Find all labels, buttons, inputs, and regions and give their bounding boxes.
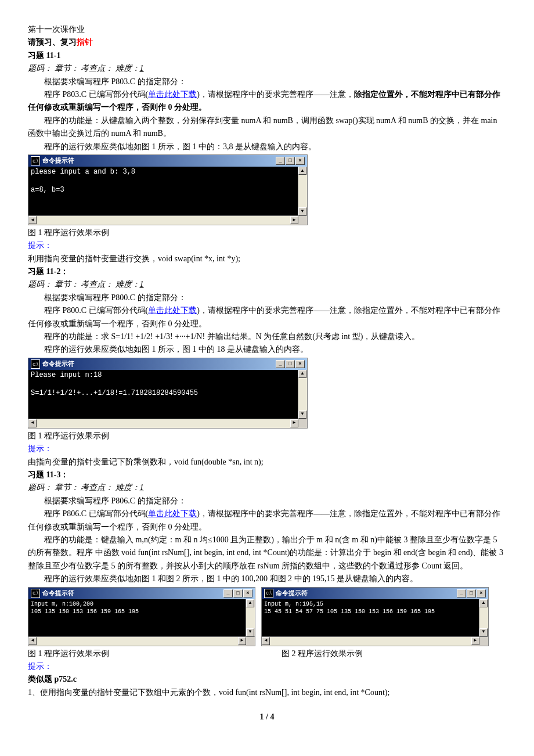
ex11-2-hint: 由指向变量的指针变量记下阶乘倒数和，void fun(double *sn, i… [28, 456, 506, 469]
close-icon[interactable]: × [477, 589, 486, 597]
console-window-3b: c:\ 命令提示符 _ □ × Input m, n:195,15 15 45 … [261, 587, 489, 646]
ex11-3-difficulty: 1 [140, 483, 144, 492]
close-icon[interactable]: × [243, 589, 252, 597]
scroll-left-icon[interactable]: ◄ [262, 637, 270, 645]
doc-header: 第十一次课作业 [28, 23, 506, 36]
ex11-2-p4: 程序的运行效果应类似地如图 1 所示，图 1 中的 18 是从键盘输入的内容。 [28, 343, 506, 356]
ex11-1-p1: 根据要求编写程序 P803.C 的指定部分： [28, 75, 506, 88]
ex11-1-hint: 利用指向变量的指针变量进行交换，void swap(int *x, int *y… [28, 253, 506, 265]
review-topic: 指针 [77, 38, 93, 46]
ex11-3-fig1-caption: 图 1 程序运行效果示例 [28, 647, 252, 660]
scroll-down-icon[interactable]: ▼ [298, 207, 306, 215]
console-icon: c:\ [264, 589, 273, 598]
scroll-up-icon[interactable]: ▲ [298, 370, 306, 378]
console-titlebar: c:\ 命令提示符 _ □ × [28, 358, 307, 370]
horizontal-scrollbar[interactable]: ◄ ► [28, 636, 255, 646]
scroll-down-icon[interactable]: ▼ [246, 628, 254, 636]
scroll-left-icon[interactable]: ◄ [28, 216, 37, 224]
ex11-1-p4: 程序的运行效果应类似地如图 1 所示，图 1 中的：3,8 是从键盘输入的内容。 [28, 141, 506, 153]
ex11-2-p3: 程序的功能是：求 S=1/1! +1/2! +1/3! +···+1/N! 并输… [28, 330, 506, 343]
minimize-icon[interactable]: _ [276, 360, 285, 368]
scroll-right-icon[interactable]: ► [238, 637, 246, 645]
console-icon: c:\ [31, 359, 40, 369]
ex11-1-title: 习题 11-1 [28, 49, 506, 62]
review-prefix: 请预习、复习 [28, 38, 77, 46]
ex11-2-meta-text: 题码： 章节： 考查点： 难度： [28, 280, 140, 289]
ex11-2-p2: 程序 P800.C 已编写部分代码(单击此处下载)，请根据程序中的要求完善程序—… [28, 304, 506, 330]
horizontal-scrollbar[interactable]: ◄ ► [262, 636, 488, 646]
console-titlebar: c:\ 命令提示符 _ □ × [28, 155, 307, 167]
ex11-3-p3: 程序的功能是：键盘输入 m,n(约定：m 和 n 均≤1000 且为正整数)，输… [28, 534, 506, 573]
ex11-3-p1: 根据要求编写程序 P806.C 的指定部分： [28, 495, 506, 507]
minimize-icon[interactable]: _ [223, 589, 233, 597]
console-titlebar: c:\ 命令提示符 _ □ × [262, 588, 488, 599]
console-title: 命令提示符 [42, 359, 276, 369]
ex11-3-meta-text: 题码： 章节： 考查点： 难度： [28, 483, 140, 492]
scroll-down-icon[interactable]: ▼ [298, 411, 306, 419]
console-titlebar: c:\ 命令提示符 _ □ × [28, 588, 255, 599]
vertical-scrollbar[interactable]: ▲ ▼ [298, 370, 307, 419]
console-icon: c:\ [31, 589, 40, 598]
ex11-3-fig2-caption: 图 2 程序运行效果示例 [252, 647, 506, 660]
scroll-left-icon[interactable]: ◄ [28, 419, 37, 427]
scroll-down-icon[interactable]: ▼ [479, 628, 488, 636]
ex11-1-p2b: )，请根据程序中的要求完善程序——注意， [197, 90, 354, 99]
console-output: Input m, n:195,15 15 45 51 54 57 75 105 … [262, 599, 479, 636]
console-output: Input m, n:100,200 105 135 150 153 156 1… [28, 599, 246, 636]
scroll-up-icon[interactable]: ▲ [246, 599, 254, 607]
console-title: 命令提示符 [276, 588, 457, 599]
ex11-1-p2a: 程序 P803.C 已编写部分代码( [44, 90, 148, 99]
scroll-right-icon[interactable]: ► [290, 419, 298, 427]
console-title: 命令提示符 [42, 588, 223, 599]
ex11-2-p1: 根据要求编写程序 P800.C 的指定部分： [28, 291, 506, 304]
scroll-up-icon[interactable]: ▲ [479, 599, 488, 607]
scroll-right-icon[interactable]: ► [471, 637, 479, 645]
minimize-icon[interactable]: _ [276, 157, 285, 165]
ex11-3-meta: 题码： 章节： 考查点： 难度：1 [28, 481, 506, 494]
ex11-2-p2a: 程序 P800.C 已编写部分代码( [44, 306, 148, 315]
scroll-left-icon[interactable]: ◄ [28, 637, 37, 645]
scroll-right-icon[interactable]: ► [290, 216, 298, 224]
scroll-up-icon[interactable]: ▲ [298, 167, 306, 175]
maximize-icon[interactable]: □ [286, 157, 295, 165]
hint-label: 提示： [28, 660, 506, 673]
console-icon: c:\ [31, 156, 40, 165]
ex11-2-fig1-caption: 图 1 程序运行效果示例 [28, 430, 506, 442]
review-line: 请预习、复习指针 [28, 36, 506, 49]
similar-problem: 类似题 p752.c [28, 673, 506, 686]
ex11-1-meta: 题码： 章节： 考查点： 难度：1 [28, 62, 506, 75]
ex11-1-p3: 程序的功能是：从键盘输入两个整数，分别保存到变量 numA 和 numB，调用函… [28, 114, 506, 141]
vertical-scrollbar[interactable]: ▲ ▼ [246, 599, 255, 636]
console-window-3a: c:\ 命令提示符 _ □ × Input m, n:100,200 105 1… [28, 587, 255, 646]
vertical-scrollbar[interactable]: ▲ ▼ [298, 167, 307, 215]
maximize-icon[interactable]: □ [467, 589, 476, 597]
ex11-1-meta-text: 题码： 章节： 考查点： 难度： [28, 64, 140, 73]
ex11-1-fig1-caption: 图 1 程序运行效果示例 [28, 226, 506, 239]
page-number: 1 / 4 [28, 711, 506, 723]
horizontal-scrollbar[interactable]: ◄ ► [28, 419, 307, 428]
ex11-2-title: 习题 11-2： [28, 265, 506, 278]
download-link[interactable]: 单击此处下载 [148, 509, 197, 518]
minimize-icon[interactable]: _ [457, 589, 466, 597]
console-window-1: c:\ 命令提示符 _ □ × please input a and b: 3,… [28, 154, 308, 225]
console-output: please input a and b: 3,8 a=8, b=3 [28, 167, 298, 215]
ex11-3-p2: 程序 P806.C 已编写部分代码(单击此处下载)，请根据程序中的要求完善程序—… [28, 507, 506, 534]
hint-label: 提示： [28, 239, 506, 252]
maximize-icon[interactable]: □ [286, 360, 295, 368]
ex11-3-title: 习题 11-3： [28, 469, 506, 481]
ex11-1-difficulty: 1 [140, 64, 144, 73]
ex11-3-p4: 程序的运行效果应类似地如图 1 和图 2 所示，图 1 中的 100,200 和… [28, 573, 506, 585]
close-icon[interactable]: × [295, 157, 305, 165]
ex11-3-hint: 1、使用指向变量的指针变量记下数组中元素的个数，void fun(int rsN… [28, 686, 506, 699]
console-window-2: c:\ 命令提示符 _ □ × Please input n:18 S=1/1!… [28, 358, 308, 429]
hint-label: 提示： [28, 442, 506, 455]
maximize-icon[interactable]: □ [233, 589, 243, 597]
horizontal-scrollbar[interactable]: ◄ ► [28, 215, 307, 225]
ex11-2-difficulty: 1 [140, 280, 144, 289]
download-link[interactable]: 单击此处下载 [148, 306, 197, 315]
download-link[interactable]: 单击此处下载 [148, 90, 197, 99]
close-icon[interactable]: × [295, 360, 305, 368]
ex11-1-p2: 程序 P803.C 已编写部分代码(单击此处下载)，请根据程序中的要求完善程序—… [28, 88, 506, 114]
vertical-scrollbar[interactable]: ▲ ▼ [479, 599, 488, 636]
console-output: Please input n:18 S=1/1!+1/2!+...+1/18!=… [28, 370, 298, 419]
